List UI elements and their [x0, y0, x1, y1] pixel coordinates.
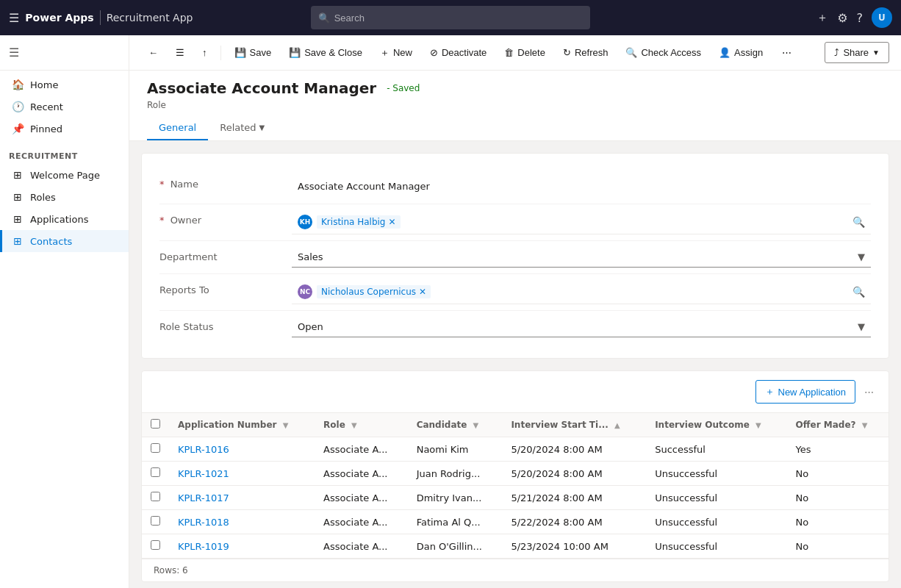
- back-button[interactable]: ←: [141, 43, 165, 62]
- table-row: KPLR-1021 Associate A... Juan Rodrig... …: [142, 462, 889, 486]
- row-role: Associate A...: [315, 534, 408, 559]
- tab-general[interactable]: General: [147, 116, 208, 140]
- app-number-link[interactable]: KPLR-1016: [178, 444, 229, 455]
- search-bar[interactable]: 🔍: [311, 6, 590, 29]
- help-icon[interactable]: ?: [856, 11, 863, 25]
- breadcrumb: Associate Account Manager - Saved: [147, 79, 883, 97]
- select-all-checkbox[interactable]: [151, 419, 160, 429]
- row-checkbox-cell[interactable]: [142, 437, 169, 462]
- share-button[interactable]: ⤴ Share ▼: [825, 42, 889, 63]
- row-app-number[interactable]: KPLR-1019: [169, 534, 315, 559]
- gear-icon[interactable]: ⚙: [837, 11, 847, 25]
- role-status-chevron-icon: ▼: [858, 321, 865, 332]
- reports-to-lookup-search-icon[interactable]: 🔍: [852, 286, 865, 298]
- table-row: KPLR-1018 Associate A... Fatima Al Q... …: [142, 510, 889, 534]
- user-avatar-icon[interactable]: U: [872, 7, 892, 28]
- department-field-value[interactable]: Sales ▼: [292, 247, 871, 268]
- check-access-button[interactable]: 🔍 Check Access: [618, 43, 708, 62]
- row-app-number[interactable]: KPLR-1016: [169, 437, 315, 462]
- tab-general-label: General: [159, 122, 196, 133]
- toggle-view-button[interactable]: ☰: [168, 43, 192, 62]
- search-input[interactable]: [334, 12, 583, 24]
- row-interview-outcome: Unsuccessful: [646, 534, 786, 559]
- row-checkbox[interactable]: [151, 516, 160, 526]
- sidebar-item-applications[interactable]: ⊞ Applications: [0, 208, 129, 230]
- row-candidate: Fatima Al Q...: [408, 510, 503, 534]
- add-icon[interactable]: ＋: [816, 10, 828, 26]
- deactivate-button[interactable]: ⊘ Deactivate: [423, 43, 494, 62]
- row-checkbox[interactable]: [151, 540, 160, 550]
- sidebar-item-roles[interactable]: ⊞ Roles: [0, 186, 129, 208]
- applications-more-button[interactable]: ⋯: [861, 384, 877, 401]
- row-app-number[interactable]: KPLR-1018: [169, 510, 315, 534]
- owner-lookup-search-icon[interactable]: 🔍: [852, 216, 865, 228]
- row-interview-start: 5/22/2024 8:00 AM: [502, 510, 646, 534]
- top-nav-left: ☰ Power Apps Recruitment App: [9, 10, 193, 25]
- col-interview-start[interactable]: Interview Start Ti... ▲: [502, 413, 646, 437]
- row-checkbox[interactable]: [151, 492, 160, 501]
- sidebar-pinned-label: Pinned: [30, 123, 62, 135]
- table-body: KPLR-1016 Associate A... Naomi Kim 5/20/…: [142, 437, 889, 559]
- row-checkbox-cell[interactable]: [142, 486, 169, 510]
- col-candidate-label: Candidate: [417, 420, 467, 430]
- app-number-link[interactable]: KPLR-1017: [178, 492, 229, 503]
- page-header: Associate Account Manager - Saved Role G…: [129, 71, 901, 141]
- sidebar-toggle[interactable]: ☰: [0, 35, 129, 71]
- owner-field-value[interactable]: KH Kristina Halbig ✕ 🔍: [292, 210, 871, 234]
- col-application-number[interactable]: Application Number ▼: [169, 413, 315, 437]
- reports-to-field-value[interactable]: NC Nicholaus Copernicus ✕ 🔍: [292, 280, 871, 304]
- row-checkbox[interactable]: [151, 443, 160, 453]
- hamburger-menu-icon[interactable]: ☰: [9, 11, 19, 25]
- col-offer-made[interactable]: Offer Made? ▼: [787, 413, 889, 437]
- name-field-value[interactable]: Associate Account Manager: [292, 174, 871, 198]
- col-application-number-sort-icon: ▼: [283, 421, 289, 429]
- sidebar-item-pinned[interactable]: 📌 Pinned: [0, 118, 129, 140]
- form-card: * Name Associate Account Manager * Owner: [141, 153, 889, 359]
- select-all-column[interactable]: [142, 413, 169, 437]
- form-row-name: * Name Associate Account Manager: [159, 168, 871, 204]
- main-layout: ☰ 🏠 Home 🕐 Recent 📌 Pinned Recruitment ⊞…: [0, 35, 901, 588]
- command-bar: ← ☰ ↑ 💾 Save 💾 Save & Close ＋ New ⊘: [129, 35, 901, 71]
- sidebar-item-home[interactable]: 🏠 Home: [0, 74, 129, 96]
- new-button[interactable]: ＋ New: [373, 42, 420, 64]
- app-number-link[interactable]: KPLR-1021: [178, 468, 229, 479]
- save-close-button[interactable]: 💾 Save & Close: [281, 43, 370, 62]
- refresh-button[interactable]: ↻ Refresh: [556, 43, 616, 62]
- content-area: ← ☰ ↑ 💾 Save 💾 Save & Close ＋ New ⊘: [129, 35, 901, 588]
- row-checkbox-cell[interactable]: [142, 510, 169, 534]
- col-interview-outcome[interactable]: Interview Outcome ▼: [646, 413, 786, 437]
- more-button[interactable]: ⋯: [775, 43, 799, 62]
- reports-to-remove-icon[interactable]: ✕: [419, 287, 426, 297]
- row-checkbox-cell[interactable]: [142, 462, 169, 486]
- app-number-link[interactable]: KPLR-1018: [178, 517, 229, 528]
- app-number-link[interactable]: KPLR-1019: [178, 541, 229, 552]
- sidebar-item-welcome-page[interactable]: ⊞ Welcome Page: [0, 164, 129, 186]
- row-checkbox-cell[interactable]: [142, 534, 169, 559]
- owner-remove-icon[interactable]: ✕: [388, 217, 395, 227]
- sidebar-item-recent[interactable]: 🕐 Recent: [0, 96, 129, 118]
- applications-icon: ⊞: [11, 213, 24, 225]
- name-value-text: Associate Account Manager: [298, 181, 430, 192]
- row-checkbox[interactable]: [151, 467, 160, 477]
- delete-button[interactable]: 🗑 Delete: [497, 43, 553, 62]
- save-button[interactable]: 💾 Save: [227, 43, 279, 62]
- pinned-icon: 📌: [11, 123, 24, 135]
- form-row-reports-to: Reports To NC Nicholaus Copernicus ✕: [159, 274, 871, 311]
- assign-button[interactable]: 👤 Assign: [711, 43, 770, 62]
- col-candidate[interactable]: Candidate ▼: [408, 413, 503, 437]
- sidebar-home-label: Home: [30, 79, 58, 90]
- row-app-number[interactable]: KPLR-1017: [169, 486, 315, 510]
- save-close-icon: 💾: [289, 47, 301, 58]
- record-title: Associate Account Manager: [147, 79, 376, 97]
- role-status-field-value[interactable]: Open ▼: [292, 317, 871, 337]
- row-interview-start: 5/23/2024 10:00 AM: [502, 534, 646, 559]
- row-app-number[interactable]: KPLR-1021: [169, 462, 315, 486]
- col-offer-made-label: Offer Made?: [796, 420, 856, 430]
- tab-related[interactable]: Related ▼: [208, 116, 276, 140]
- sidebar-item-contacts[interactable]: ⊞ Contacts: [0, 230, 129, 252]
- navigate-button[interactable]: ↑: [195, 43, 215, 62]
- col-role[interactable]: Role ▼: [315, 413, 408, 437]
- new-application-button[interactable]: ＋ New Application: [755, 380, 856, 404]
- page-content: * Name Associate Account Manager * Owner: [129, 141, 901, 588]
- row-candidate: Dmitry Ivan...: [408, 486, 503, 510]
